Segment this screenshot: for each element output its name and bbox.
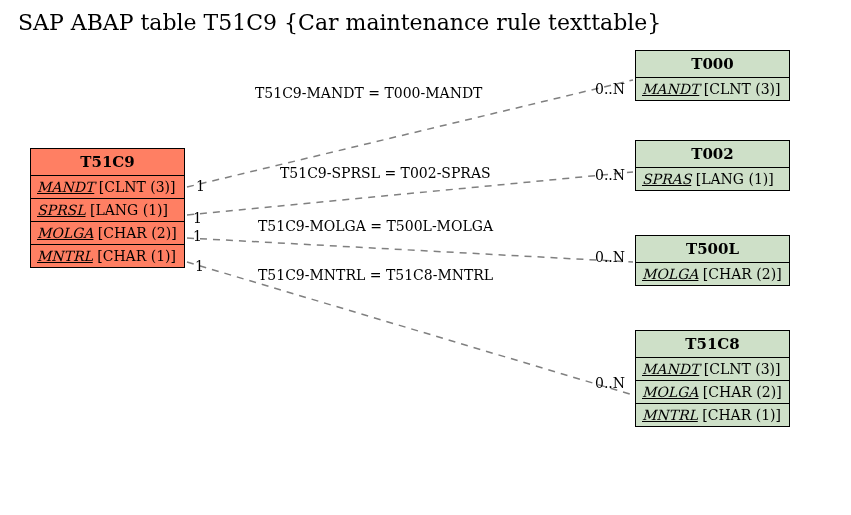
cardinality-left: 1: [196, 178, 205, 194]
entity-header: T000: [636, 51, 789, 78]
relation-label: T51C9-MANDT = T000-MANDT: [255, 85, 482, 101]
relation-label: T51C9-MNTRL = T51C8-MNTRL: [258, 267, 493, 283]
page-title: SAP ABAP table T51C9 {Car maintenance ru…: [18, 10, 661, 35]
entity-field: MOLGA [CHAR (2)]: [31, 222, 184, 245]
cardinality-left: 1: [193, 210, 202, 226]
entity-t002: T002 SPRAS [LANG (1)]: [635, 140, 790, 191]
cardinality-right: 0..N: [595, 167, 625, 183]
entity-field: MNTRL [CHAR (1)]: [31, 245, 184, 267]
entity-field: SPRAS [LANG (1)]: [636, 168, 789, 190]
entity-field: MANDT [CLNT (3)]: [31, 176, 184, 199]
entity-field: MANDT [CLNT (3)]: [636, 358, 789, 381]
entity-header: T002: [636, 141, 789, 168]
cardinality-right: 0..N: [595, 81, 625, 97]
entity-field: MNTRL [CHAR (1)]: [636, 404, 789, 426]
entity-field: MOLGA [CHAR (2)]: [636, 263, 789, 285]
entity-field: MOLGA [CHAR (2)]: [636, 381, 789, 404]
entity-field: MANDT [CLNT (3)]: [636, 78, 789, 100]
relation-label: T51C9-SPRSL = T002-SPRAS: [280, 165, 491, 181]
relation-label: T51C9-MOLGA = T500L-MOLGA: [258, 218, 493, 234]
entity-t51c9: T51C9 MANDT [CLNT (3)] SPRSL [LANG (1)] …: [30, 148, 185, 268]
entity-header: T500L: [636, 236, 789, 263]
entity-header: T51C9: [31, 149, 184, 176]
cardinality-left: 1: [193, 228, 202, 244]
entity-t000: T000 MANDT [CLNT (3)]: [635, 50, 790, 101]
svg-line-2: [187, 238, 633, 262]
cardinality-right: 0..N: [595, 249, 625, 265]
entity-t51c8: T51C8 MANDT [CLNT (3)] MOLGA [CHAR (2)] …: [635, 330, 790, 427]
cardinality-left: 1: [195, 258, 204, 274]
entity-t500l: T500L MOLGA [CHAR (2)]: [635, 235, 790, 286]
entity-header: T51C8: [636, 331, 789, 358]
cardinality-right: 0..N: [595, 375, 625, 391]
entity-field: SPRSL [LANG (1)]: [31, 199, 184, 222]
